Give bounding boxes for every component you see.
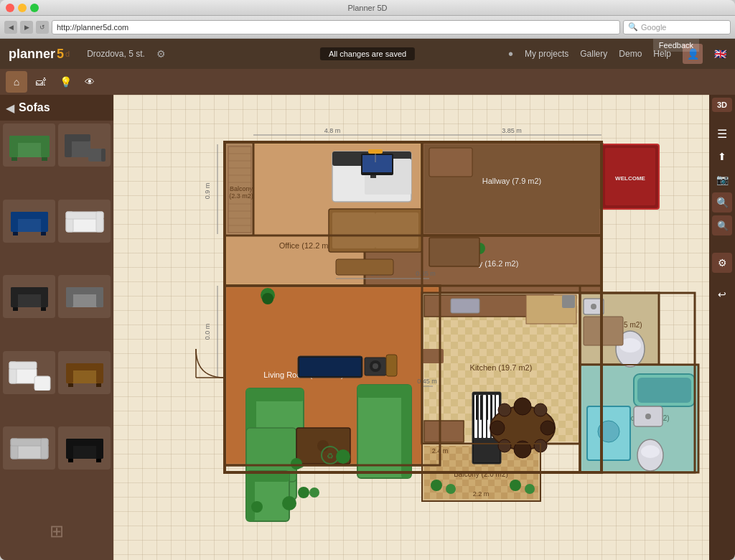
minimize-btn[interactable] <box>18 4 27 12</box>
feedback-button[interactable]: Feedback <box>653 39 699 52</box>
sofa-item[interactable] <box>3 426 55 470</box>
sofa-black <box>63 430 106 466</box>
svg-rect-24 <box>41 287 48 307</box>
svg-point-179 <box>490 421 505 435</box>
svg-point-206 <box>373 363 378 369</box>
tool-eye[interactable]: 👁 <box>79 71 100 93</box>
logo-accent: 5 <box>57 47 64 62</box>
tool-furniture[interactable]: 🛋 <box>30 71 52 93</box>
svg-rect-38 <box>96 363 103 383</box>
svg-rect-188 <box>562 295 575 308</box>
svg-rect-26 <box>41 307 46 311</box>
tool-lamp[interactable]: 💡 <box>55 71 76 93</box>
svg-point-161 <box>282 496 296 510</box>
floor-plan-icon[interactable]: ⊞ <box>50 521 64 541</box>
svg-rect-50 <box>96 459 101 462</box>
nav-demo[interactable]: Demo <box>619 49 642 59</box>
left-sidebar: ◀ Sofas <box>0 95 113 560</box>
svg-point-203 <box>641 445 660 458</box>
sofa-lightgray <box>8 430 51 466</box>
svg-text:2.2 m: 2.2 m <box>473 490 490 498</box>
tool-home[interactable]: ⌂ <box>6 71 27 93</box>
svg-rect-34 <box>34 376 50 391</box>
zoom-out-button[interactable]: 🔍 <box>712 215 732 235</box>
svg-rect-173 <box>480 395 482 420</box>
address-bar[interactable]: http://planner5d.com <box>52 20 620 34</box>
nav-forward-btn[interactable]: ▶ <box>20 21 33 34</box>
browser-titlebar: Planner 5D <box>0 0 735 16</box>
svg-rect-118 <box>370 175 376 178</box>
list-view-button[interactable]: ☰ <box>712 123 732 144</box>
svg-text:0.9 m: 0.9 m <box>204 183 211 200</box>
sofa-item[interactable] <box>58 123 111 167</box>
canvas-area[interactable]: 4.8 m 3.85 m 0.9 m 2.9 m 0.65 m 0.45 m <box>113 95 709 560</box>
browser-toolbar: ◀ ▶ ↺ http://planner5d.com 🔍 Google <box>0 16 735 39</box>
svg-text:Balcony: Balcony <box>230 185 253 192</box>
second-toolbar: ⌂ 🛋 💡 👁 <box>0 69 735 95</box>
svg-point-158 <box>336 449 350 464</box>
svg-point-182 <box>534 403 547 416</box>
sofa-item[interactable] <box>58 275 111 318</box>
nav-my-projects[interactable]: My projects <box>525 49 568 59</box>
svg-rect-40 <box>96 383 101 387</box>
sofa-item[interactable] <box>58 200 111 243</box>
maximize-btn[interactable] <box>30 4 39 12</box>
browser-window: Planner 5D ◀ ▶ ↺ http://planner5d.com 🔍 … <box>0 0 735 560</box>
share-button[interactable]: ⬆ <box>712 146 732 167</box>
browser-traffic-lights <box>6 4 39 12</box>
svg-rect-14 <box>41 212 48 232</box>
svg-rect-137 <box>429 148 472 177</box>
svg-rect-136 <box>587 144 601 209</box>
svg-text:(2.3 m2): (2.3 m2) <box>229 192 253 200</box>
svg-point-160 <box>298 487 309 498</box>
right-sidebar: 3D ☰ ⬆ 📷 🔍 🔍 ⚙ ↩ <box>709 95 735 560</box>
nav-back-btn[interactable]: ◀ <box>4 21 17 34</box>
back-button[interactable]: ◀ <box>6 101 14 115</box>
svg-point-192 <box>591 304 596 309</box>
logo-text: planner <box>9 47 55 62</box>
app-container: planner 5 d Drozdova, 5 st. ⚙ All change… <box>0 39 735 560</box>
svg-point-157 <box>262 293 273 304</box>
logo: planner 5 d <box>9 47 70 62</box>
undo-button[interactable]: ↩ <box>712 284 732 304</box>
sofa-item[interactable] <box>58 426 111 470</box>
svg-point-162 <box>251 501 263 513</box>
nav-gallery[interactable]: Gallery <box>580 49 607 59</box>
sofa-item[interactable] <box>58 351 111 394</box>
sidebar-header: ◀ Sofas <box>0 95 113 121</box>
zoom-in-button[interactable]: 🔍 <box>712 192 732 213</box>
camera-button[interactable]: 📷 <box>712 169 732 190</box>
sofa-item[interactable] <box>3 200 55 243</box>
svg-point-177 <box>514 398 531 415</box>
svg-rect-4 <box>11 157 17 161</box>
svg-rect-25 <box>13 307 18 311</box>
svg-rect-172 <box>476 395 477 420</box>
svg-rect-3 <box>41 136 50 157</box>
language-flag[interactable]: 🇬🇧 <box>714 48 726 60</box>
svg-point-212 <box>510 480 521 491</box>
svg-rect-108 <box>332 213 375 248</box>
floor-plan[interactable]: 4.8 m 3.85 m 0.9 m 2.9 m 0.65 m 0.45 m <box>113 95 709 560</box>
svg-rect-15 <box>13 232 18 235</box>
svg-point-201 <box>645 414 651 419</box>
sofa-item[interactable] <box>3 123 55 167</box>
svg-point-159 <box>291 458 302 470</box>
settings-icon[interactable]: ⚙ <box>156 48 166 60</box>
search-bar[interactable]: 🔍 Google <box>623 20 731 34</box>
svg-text:0.65 m: 0.65 m <box>416 270 436 277</box>
svg-rect-186 <box>451 299 479 313</box>
view-3d-button[interactable]: 3D <box>712 98 732 112</box>
sofa-item[interactable] <box>3 275 55 318</box>
sofa-white-l <box>8 355 51 391</box>
sofa-item[interactable] <box>3 351 55 394</box>
nav-refresh-btn[interactable]: ↺ <box>36 21 49 34</box>
svg-rect-117 <box>362 155 392 172</box>
svg-text:♻: ♻ <box>327 452 334 460</box>
sofa-blue <box>8 203 51 239</box>
svg-rect-44 <box>41 439 48 459</box>
settings-right-button[interactable]: ⚙ <box>712 253 732 273</box>
svg-rect-20 <box>96 212 103 232</box>
close-btn[interactable] <box>6 4 14 12</box>
sidebar-bottom: ⊞ <box>0 503 113 560</box>
svg-rect-209 <box>429 238 479 266</box>
